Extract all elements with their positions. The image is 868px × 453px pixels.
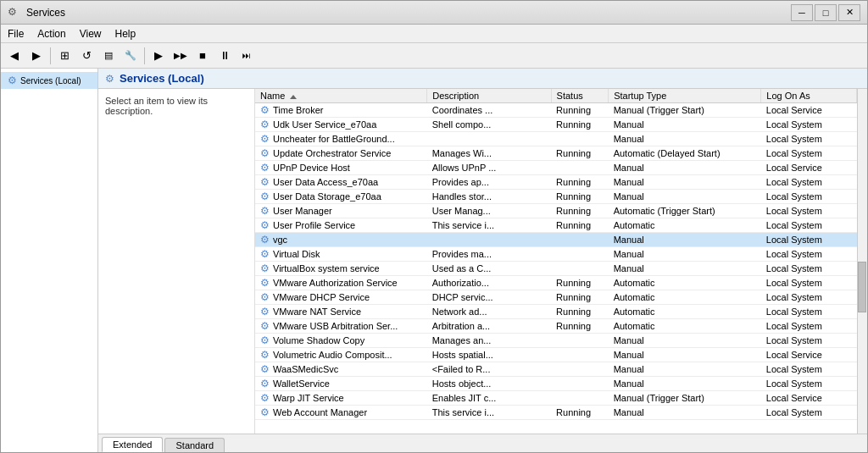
service-logon-cell: Local System <box>761 377 857 391</box>
restart-button[interactable]: ⏭ <box>236 46 257 66</box>
service-name: ⚙Volume Shadow Copy <box>260 334 422 346</box>
service-status-cell: Running <box>551 146 609 161</box>
gear-icon: ⚙ <box>260 392 270 404</box>
col-header-logon[interactable]: Log On As <box>761 89 857 103</box>
play-all-button[interactable]: ▶▶ <box>170 46 191 66</box>
service-name-cell: ⚙User Profile Service <box>255 218 427 233</box>
sidebar-item-services-local[interactable]: ⚙ Services (Local) <box>1 72 97 89</box>
table-row[interactable]: ⚙VMware DHCP ServiceDHCP servic...Runnin… <box>255 290 857 305</box>
service-name-label: User Data Access_e70aa <box>273 177 378 187</box>
services-table-container[interactable]: Name Description Status S <box>255 89 857 434</box>
service-startup-cell: Manual <box>609 406 761 420</box>
toolbar: ◀ ▶ ⊞ ↺ ▤ 🔧 ▶ ▶▶ ■ ⏸ ⏭ <box>1 43 867 69</box>
service-status-cell: Running <box>551 190 609 204</box>
pause-button[interactable]: ⏸ <box>214 46 235 66</box>
title-bar: ⚙ Services ─ □ ✕ <box>1 1 867 25</box>
service-name: ⚙VMware Authorization Service <box>260 277 422 289</box>
service-name: ⚙Udk User Service_e70aa <box>260 119 422 130</box>
table-row[interactable]: ⚙VMware Authorization ServiceAuthorizati… <box>255 276 857 290</box>
service-logon-cell: Local System <box>761 132 857 146</box>
service-startup-cell: Automatic <box>609 305 761 319</box>
col-header-startup[interactable]: Startup Type <box>609 89 761 103</box>
maximize-button[interactable]: □ <box>815 4 837 21</box>
service-startup-cell: Automatic <box>609 319 761 334</box>
table-row[interactable]: ⚙Volumetric Audio Composit...Hosts spati… <box>255 348 857 362</box>
close-button[interactable]: ✕ <box>838 4 860 21</box>
table-row[interactable]: ⚙Virtual DiskProvides ma...ManualLocal S… <box>255 247 857 262</box>
properties-button[interactable]: 🔧 <box>120 46 141 66</box>
service-name: ⚙Update Orchestrator Service <box>260 147 422 159</box>
service-status-cell <box>551 161 609 175</box>
table-row[interactable]: ⚙User Data Storage_e70aaHandles stor...R… <box>255 190 857 204</box>
service-name-label: VMware Authorization Service <box>273 278 398 288</box>
col-header-status[interactable]: Status <box>551 89 609 103</box>
window-title: Services <box>26 7 791 19</box>
service-name-cell: ⚙Time Broker <box>255 103 427 118</box>
stop-button[interactable]: ■ <box>192 46 213 66</box>
col-header-name[interactable]: Name <box>255 89 427 103</box>
table-row[interactable]: ⚙VirtualBox system serviceUsed as a C...… <box>255 262 857 276</box>
service-startup-cell: Automatic <box>609 290 761 305</box>
back-button[interactable]: ◀ <box>4 46 25 66</box>
service-status-cell <box>551 348 609 362</box>
service-logon-cell: Local System <box>761 204 857 218</box>
gear-icon: ⚙ <box>260 334 270 346</box>
service-logon-cell: Local System <box>761 146 857 161</box>
refresh-button[interactable]: ↺ <box>76 46 97 66</box>
menu-action[interactable]: Action <box>31 25 72 42</box>
service-status-cell: Running <box>551 276 609 290</box>
menu-help[interactable]: Help <box>108 25 143 42</box>
service-logon-cell: Local System <box>761 362 857 377</box>
service-description-cell: Allows UPnP ... <box>427 161 551 175</box>
table-row[interactable]: ⚙Uncheater for BattleGround...ManualLoca… <box>255 132 857 146</box>
service-status-cell: Running <box>551 406 609 420</box>
table-row[interactable]: ⚙WalletServiceHosts object...ManualLocal… <box>255 377 857 391</box>
table-row[interactable]: ⚙WaaSMedicSvc<Failed to R...ManualLocal … <box>255 362 857 377</box>
table-row[interactable]: ➜⚙vgcManualLocal System <box>255 233 857 247</box>
table-row[interactable]: ⚙Volume Shadow CopyManages an...ManualLo… <box>255 334 857 348</box>
table-row[interactable]: ⚙User Profile ServiceThis service i...Ru… <box>255 218 857 233</box>
table-row[interactable]: ⚙Update Orchestrator ServiceManages Wi..… <box>255 146 857 161</box>
service-name-cell: ⚙Udk User Service_e70aa <box>255 118 427 132</box>
col-header-description[interactable]: Description <box>427 89 551 103</box>
play-button[interactable]: ▶ <box>148 46 169 66</box>
minimize-button[interactable]: ─ <box>791 4 813 21</box>
table-row[interactable]: ⚙Udk User Service_e70aaShell compo...Run… <box>255 118 857 132</box>
service-description-cell: Manages an... <box>427 334 551 348</box>
service-logon-cell: Local System <box>761 118 857 132</box>
service-logon-cell: Local System <box>761 175 857 190</box>
scrollbar-thumb[interactable] <box>858 262 866 312</box>
service-name: ⚙VMware DHCP Service <box>260 291 422 303</box>
table-row[interactable]: ⚙Time BrokerCoordinates ...RunningManual… <box>255 103 857 118</box>
service-name-cell: ⚙Volume Shadow Copy <box>255 334 427 348</box>
table-row[interactable]: ⚙Warp JIT ServiceEnables JIT c...Manual … <box>255 391 857 406</box>
table-row[interactable]: ⚙VMware USB Arbitration Ser...Arbitratio… <box>255 319 857 334</box>
tab-extended[interactable]: Extended <box>102 437 163 452</box>
service-name-cell: ⚙VirtualBox system service <box>255 262 427 276</box>
sidebar: ⚙ Services (Local) <box>1 69 98 452</box>
table-row[interactable]: ⚙User Data Access_e70aaProvides ap...Run… <box>255 175 857 190</box>
menu-file[interactable]: File <box>1 25 31 42</box>
table-header-row: Name Description Status S <box>255 89 857 103</box>
menu-bar: File Action View Help <box>1 25 867 43</box>
tab-standard[interactable]: Standard <box>164 438 225 452</box>
forward-button[interactable]: ▶ <box>26 46 47 66</box>
gear-icon: ⚙ <box>260 205 270 217</box>
service-name-label: VirtualBox system service <box>273 263 380 273</box>
table-row[interactable]: ⚙User ManagerUser Manag...RunningAutomat… <box>255 204 857 218</box>
service-name: ⚙User Manager <box>260 205 422 217</box>
scrollbar[interactable] <box>857 89 867 434</box>
service-logon-cell: Local System <box>761 290 857 305</box>
service-logon-cell: Local System <box>761 276 857 290</box>
show-hide-button[interactable]: ⊞ <box>54 46 75 66</box>
table-row[interactable]: ⚙UPnP Device HostAllows UPnP ...ManualLo… <box>255 161 857 175</box>
service-name-label: vgc <box>273 235 287 245</box>
menu-view[interactable]: View <box>73 25 108 42</box>
service-description-cell <box>427 233 551 247</box>
service-status-cell: Running <box>551 319 609 334</box>
export-button[interactable]: ▤ <box>98 46 119 66</box>
main-window: ⚙ Services ─ □ ✕ File Action View Help ◀… <box>0 0 868 453</box>
table-row[interactable]: ⚙Web Account ManagerThis service i...Run… <box>255 406 857 420</box>
service-startup-cell: Manual (Trigger Start) <box>609 103 761 118</box>
table-row[interactable]: ⚙VMware NAT ServiceNetwork ad...RunningA… <box>255 305 857 319</box>
